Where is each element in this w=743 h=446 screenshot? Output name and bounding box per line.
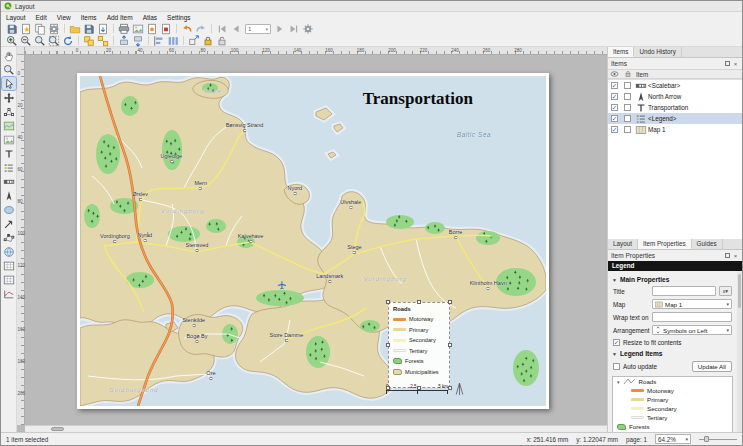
visibility-checkbox[interactable]: ✓ [611,82,618,89]
auto-update-checkbox[interactable] [613,363,620,370]
float-panel-icon[interactable] [725,61,730,66]
selection-handle[interactable] [386,343,390,347]
visibility-checkbox[interactable]: ✓ [611,93,618,100]
properties-scrollbar[interactable] [737,271,742,432]
add-fixed-table-tool[interactable] [2,273,16,286]
close-panel-icon[interactable]: × [732,60,739,67]
resize-icon[interactable] [187,35,201,47]
atlas-next-icon[interactable] [273,23,287,35]
data-defined-override-button[interactable]: ε▾ [719,286,732,296]
menu-layout[interactable]: Layout [1,14,31,21]
zoom-actual-icon[interactable] [33,35,47,47]
align-icon[interactable] [152,35,166,47]
duplicate-layout-icon[interactable] [33,23,47,35]
legend-tree-node[interactable]: Tertiary [613,413,732,422]
export-image-icon[interactable] [131,23,145,35]
atlas-last-icon[interactable] [287,23,301,35]
selection-handle[interactable] [417,386,421,390]
raise-icon[interactable] [117,35,131,47]
add-map-tool[interactable] [2,119,16,132]
map-item[interactable]: Transportation Baltic SeaFaxeVordingborg… [80,76,546,406]
arrangement-combo[interactable]: Symbols on Left▾ [652,325,732,335]
save-template-icon[interactable] [82,23,96,35]
atlas-prev-icon[interactable] [229,23,243,35]
pan-tool[interactable] [2,49,16,62]
visibility-checkbox[interactable]: ✓ [611,126,618,133]
add-arrow-tool[interactable] [2,217,16,230]
legend-items-tree[interactable]: ▾RoadsMotorwayPrimarySecondaryTertiaryFo… [612,376,733,432]
canvas-horizontal-scrollbar[interactable] [25,425,607,432]
tab-undo-history[interactable]: Undo History [634,47,681,57]
zoom-tool-tool[interactable] [2,63,16,76]
undo-icon[interactable] [180,23,194,35]
selection-handle[interactable] [417,300,421,304]
layout-manager-icon[interactable] [47,23,61,35]
add-table-tool[interactable] [2,259,16,272]
north-arrow-item[interactable] [454,382,465,397]
selection-handle[interactable] [448,386,452,390]
save-icon[interactable] [5,23,19,35]
tab-item-properties[interactable]: Item Properties [638,239,692,249]
resize-to-fit-checkbox[interactable]: ✓ [613,339,620,346]
distribute-icon[interactable] [166,35,180,47]
selection-handle[interactable] [448,343,452,347]
new-layout-icon[interactable] [19,23,33,35]
zoom-in-icon[interactable] [5,35,19,47]
close-panel-icon[interactable]: × [732,252,739,259]
edit-nodes-tool[interactable] [2,105,16,118]
lock-checkbox[interactable] [624,82,631,89]
menu-atlas[interactable]: Atlas [138,14,162,21]
group-icon[interactable] [82,35,96,47]
lock-checkbox[interactable] [624,104,631,111]
menu-edit[interactable]: Edit [31,14,52,21]
tab-items[interactable]: Items [608,47,634,57]
add-north-tool[interactable] [2,189,16,202]
update-all-button[interactable]: Update All [692,361,732,372]
menu-view[interactable]: View [52,14,76,21]
item-row[interactable]: ✓North Arrow [608,91,742,102]
float-panel-icon[interactable] [725,253,730,258]
selection-handle[interactable] [386,300,390,304]
visibility-checkbox[interactable]: ✓ [611,104,618,111]
wrap-text-input[interactable] [652,312,732,322]
export-template-icon[interactable] [96,23,110,35]
lock-checkbox[interactable] [624,93,631,100]
legend-tree-node[interactable]: Motorway [613,386,732,395]
legend-title-input[interactable] [652,286,716,296]
unlock-icon[interactable] [215,35,229,47]
layout-canvas[interactable]: 020406080100120140160180200220240260280 … [17,47,607,432]
lock-checkbox[interactable] [624,126,631,133]
legend-tree-node[interactable]: Primary [613,395,732,404]
atlas-page-spinbox[interactable]: 1▾ [245,24,271,34]
atlas-first-icon[interactable] [215,23,229,35]
main-properties-section-header[interactable]: ▼Main Properties [612,276,733,283]
selection-handle[interactable] [448,300,452,304]
add-profile-tool[interactable] [2,287,16,300]
atlas-settings-icon[interactable] [301,23,315,35]
zoom-full-icon[interactable] [47,35,61,47]
add-html-tool[interactable] [2,245,16,258]
add-scalebar-tool[interactable] [2,175,16,188]
menu-add-item[interactable]: Add Item [102,14,138,21]
zoom-out-icon[interactable] [19,35,33,47]
redo-icon[interactable] [194,23,208,35]
lower-icon[interactable] [131,35,145,47]
legend-tree-node[interactable]: Secondary [613,404,732,413]
zoom-level-combo[interactable]: 64.2%▾ [655,434,691,444]
add-label-tool[interactable] [2,147,16,160]
export-svg-icon[interactable] [145,23,159,35]
map-select-combo[interactable]: Map 1▾ [652,299,732,309]
tab-guides[interactable]: Guides [692,239,723,249]
item-row[interactable]: ✓<Legend> [608,113,742,124]
tab-layout[interactable]: Layout [608,239,638,249]
item-row[interactable]: ✓Transportation [608,102,742,113]
zoom-slider[interactable] [699,434,737,444]
add-legend-tool[interactable] [2,161,16,174]
legend-items-section-header[interactable]: ▼Legend Items [612,350,733,357]
legend-tree-node[interactable]: Forests [613,422,732,431]
map-title[interactable]: Transportation [363,89,473,109]
expand-arrow-icon[interactable]: ▾ [617,379,620,385]
refresh-icon[interactable] [61,35,75,47]
print-icon[interactable] [117,23,131,35]
menu-items[interactable]: Items [76,14,102,21]
